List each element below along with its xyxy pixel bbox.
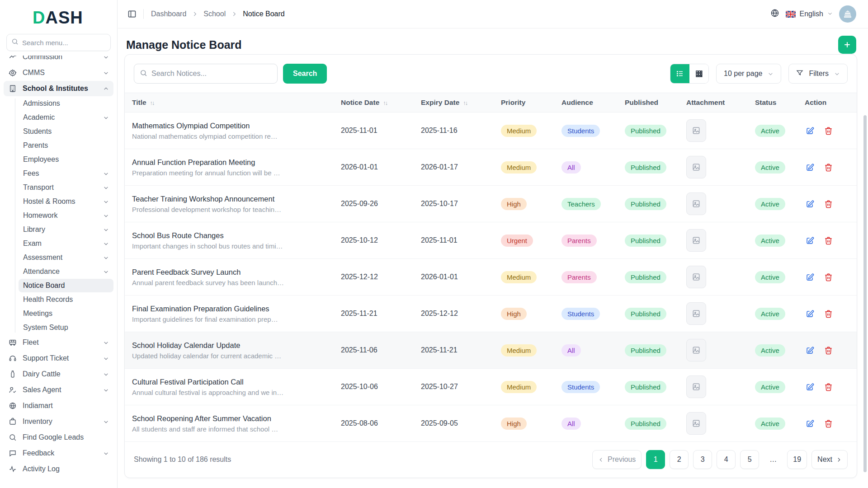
attachment-thumbnail[interactable]: [686, 302, 706, 325]
sidebar-item-homework[interactable]: Homework: [19, 209, 113, 222]
breadcrumb-school[interactable]: School: [203, 10, 226, 18]
column-header-title[interactable]: Title↑↓: [125, 99, 334, 107]
page-button-5[interactable]: 5: [740, 450, 759, 469]
delete-button[interactable]: [823, 272, 834, 282]
search-button[interactable]: Search: [283, 64, 327, 84]
sidebar-item-library[interactable]: Library: [19, 223, 113, 236]
sidebar-item-find-google-leads[interactable]: Find Google Leads: [4, 430, 113, 445]
attachment-thumbnail[interactable]: [686, 192, 706, 215]
notice-title[interactable]: Cultural Festival Participation Call: [132, 378, 334, 386]
sidebar-search[interactable]: [6, 34, 111, 51]
sidebar-item-exam[interactable]: Exam: [19, 237, 113, 250]
page-button-2[interactable]: 2: [670, 450, 689, 469]
sort-icon[interactable]: ↑↓: [150, 99, 154, 106]
sort-icon[interactable]: ↑↓: [383, 99, 387, 106]
edit-button[interactable]: [805, 418, 815, 429]
sidebar-item-notice-board[interactable]: Notice Board: [19, 279, 113, 292]
column-header-notice-date[interactable]: Notice Date↑↓: [334, 99, 414, 107]
notice-search[interactable]: [134, 64, 278, 84]
attachment-thumbnail[interactable]: [686, 412, 706, 435]
attachment-thumbnail[interactable]: [686, 375, 706, 398]
avatar[interactable]: [839, 5, 856, 23]
notice-title[interactable]: Mathematics Olympiad Competition: [132, 122, 334, 130]
sidebar-item-support-ticket[interactable]: Support Ticket: [4, 351, 113, 366]
attachment-thumbnail[interactable]: [686, 266, 706, 288]
next-page-button[interactable]: Next: [811, 450, 848, 469]
sort-icon[interactable]: ↑↓: [463, 99, 467, 106]
sidebar-item-commission[interactable]: Commission: [4, 56, 113, 65]
sidebar-search-input[interactable]: [22, 39, 106, 47]
delete-button[interactable]: [823, 126, 834, 136]
globe-icon[interactable]: [770, 9, 779, 19]
sidebar-item-hostel-rooms[interactable]: Hostel & Rooms: [19, 195, 113, 208]
attachment-thumbnail[interactable]: [686, 229, 706, 252]
delete-button[interactable]: [823, 235, 834, 246]
sidebar-item-employees[interactable]: Employees: [19, 153, 113, 166]
notice-title-cell: Cultural Festival Participation Call Ann…: [125, 378, 334, 396]
edit-button[interactable]: [805, 235, 815, 246]
sidebar-item-assessment[interactable]: Assessment: [19, 251, 113, 264]
sidebar-item-inventory[interactable]: Inventory: [4, 414, 113, 429]
sidebar-item-meetings[interactable]: Meetings: [19, 307, 113, 320]
edit-button[interactable]: [805, 382, 815, 392]
breadcrumb-dashboard[interactable]: Dashboard: [151, 10, 186, 18]
notice-search-input[interactable]: [151, 70, 272, 78]
sidebar-item-activity-log[interactable]: Activity Log: [4, 461, 113, 477]
sidebar-item-indiamart[interactable]: Indiamart: [4, 398, 113, 413]
sidebar-item-academic[interactable]: Academic: [19, 111, 113, 124]
notice-title[interactable]: School Reopening After Summer Vacation: [132, 414, 334, 423]
sidebar-item-feedback[interactable]: Feedback: [4, 446, 113, 461]
table-footer: Showing 1 to 10 of 186 results Previous …: [125, 442, 857, 477]
delete-button[interactable]: [823, 345, 834, 356]
sidebar-item-school-institutes[interactable]: School & Institutes: [4, 81, 113, 96]
page-button-19[interactable]: 19: [787, 450, 807, 469]
notice-title[interactable]: Annual Function Preparation Meeting: [132, 158, 334, 167]
edit-button[interactable]: [805, 162, 815, 173]
delete-button[interactable]: [823, 382, 834, 392]
edit-button[interactable]: [805, 126, 815, 136]
sidebar-item-cmms[interactable]: CMMS: [4, 65, 113, 80]
sidebar-item-admissions[interactable]: Admissions: [19, 97, 113, 110]
edit-button[interactable]: [805, 309, 815, 319]
window-scrollbar[interactable]: [863, 115, 867, 472]
notice-title[interactable]: Teacher Training Workshop Announcement: [132, 195, 334, 203]
attachment-thumbnail[interactable]: [686, 119, 706, 142]
delete-button[interactable]: [823, 162, 834, 173]
filters-button[interactable]: Filters: [788, 64, 848, 84]
sidebar-item-fleet[interactable]: Fleet: [4, 335, 113, 350]
sidebar-toggle-icon[interactable]: [125, 7, 139, 21]
attachment-thumbnail[interactable]: [686, 156, 706, 178]
page-button-1[interactable]: 1: [646, 450, 665, 469]
add-notice-button[interactable]: [838, 36, 856, 54]
notice-title[interactable]: School Bus Route Changes: [132, 231, 334, 240]
delete-button[interactable]: [823, 309, 834, 319]
edit-button[interactable]: [805, 272, 815, 282]
delete-button[interactable]: [823, 418, 834, 429]
per-page-select[interactable]: 10 per page: [716, 64, 781, 84]
edit-button[interactable]: [805, 199, 815, 209]
delete-button[interactable]: [823, 199, 834, 209]
grid-view-icon[interactable]: [689, 64, 708, 83]
page-button-4[interactable]: 4: [717, 450, 736, 469]
sidebar-item-health-records[interactable]: Health Records: [19, 293, 113, 306]
notice-title[interactable]: Parent Feedback Survey Launch: [132, 268, 334, 277]
column-label: Notice Date: [341, 99, 379, 107]
sidebar-item-system-setup[interactable]: System Setup: [19, 321, 113, 334]
sidebar-item-attendance[interactable]: Attendance: [19, 265, 113, 278]
column-header-expiry-date[interactable]: Expiry Date↑↓: [414, 99, 494, 107]
edit-button[interactable]: [805, 345, 815, 356]
notice-title[interactable]: School Holiday Calendar Update: [132, 341, 334, 350]
language-selector[interactable]: English: [786, 10, 833, 18]
sidebar-item-dairy-cattle[interactable]: Dairy Cattle: [4, 366, 113, 382]
column-header-published: Published: [618, 99, 679, 107]
sidebar-item-parents[interactable]: Parents: [19, 139, 113, 152]
sidebar-item-sales-agent[interactable]: Sales Agent: [4, 382, 113, 398]
page-button-3[interactable]: 3: [693, 450, 712, 469]
list-view-icon[interactable]: [670, 64, 689, 83]
notice-title[interactable]: Final Examination Preparation Guidelines: [132, 305, 334, 313]
sidebar-item-students[interactable]: Students: [19, 125, 113, 138]
sidebar-item-transport[interactable]: Transport: [19, 181, 113, 194]
attachment-thumbnail[interactable]: [686, 339, 706, 361]
previous-page-button[interactable]: Previous: [592, 450, 642, 469]
sidebar-item-fees[interactable]: Fees: [19, 167, 113, 180]
